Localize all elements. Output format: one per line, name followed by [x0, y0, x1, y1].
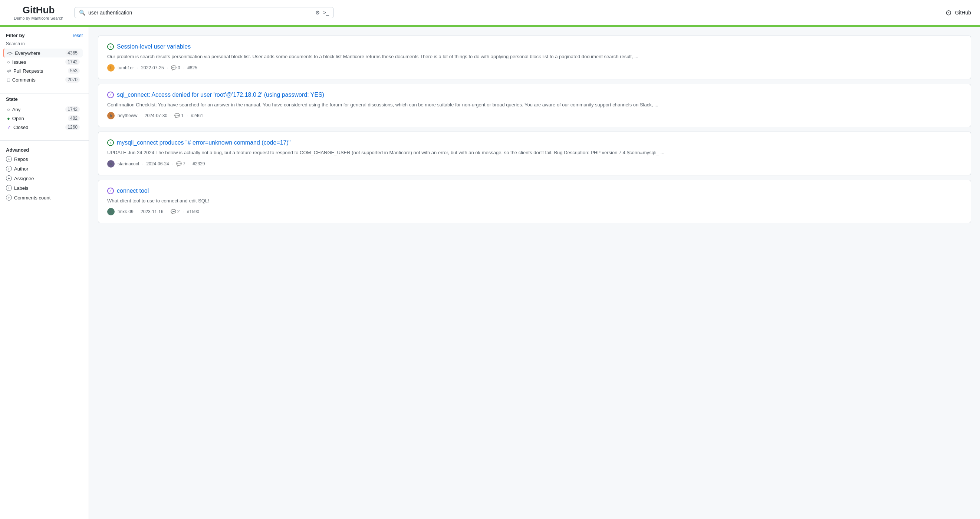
result-1-link[interactable]: Session-level user variables: [117, 43, 191, 50]
result-4-link[interactable]: connect tool: [117, 187, 149, 194]
result-1-date: 2022-07-25: [141, 65, 164, 70]
result-card-1: ○ Session-level user variables Our probl…: [98, 36, 971, 79]
comment-icon-2: 💬: [174, 113, 180, 118]
comment-icon-1: 💬: [171, 65, 177, 70]
advanced-repos[interactable]: + Repos: [0, 154, 89, 164]
any-icon: ○: [7, 107, 10, 112]
filter-comments-label: Comments: [12, 77, 36, 83]
result-4-avatar: t: [107, 208, 115, 215]
filter-open[interactable]: ● Open 482: [3, 114, 83, 123]
search-icon: 🔍: [79, 10, 85, 16]
filter-issues[interactable]: ○ Issues 1742: [3, 57, 83, 67]
result-1-meta: t tumb1er · 2022-07-25 · 💬 0 · #825: [107, 64, 962, 71]
result-3-state-icon: ○: [107, 140, 114, 146]
filter-issues-count: 1742: [65, 59, 80, 65]
author-label: Author: [14, 166, 28, 171]
result-4-meta: t tmxk-09 · 2023-11-16 · 💬 2 · #1590: [107, 208, 962, 215]
sidebar: Filter by reset Search in <> Everywhere …: [0, 27, 89, 519]
result-4-comments: 💬 2: [171, 209, 180, 214]
open-icon: ●: [7, 116, 10, 121]
filter-any-label: Any: [12, 107, 21, 112]
advanced-assignee[interactable]: + Assignee: [0, 173, 89, 183]
result-4-state-icon: ✓: [107, 187, 114, 194]
header-right: ⊙ GitHub: [945, 8, 971, 17]
github-logo-icon: ⊙: [945, 8, 952, 17]
code-icon: <>: [7, 51, 13, 56]
settings-icon[interactable]: ⚙: [315, 10, 320, 16]
result-3-body: UPDATE Jun 24 2024 The below is actually…: [107, 149, 962, 156]
result-3-link[interactable]: mysqli_connect produces "# error=unknown…: [117, 140, 291, 146]
author-plus-icon: +: [6, 166, 12, 171]
reset-link[interactable]: reset: [73, 33, 83, 38]
result-3-comments: 💬 7: [176, 161, 186, 167]
comments-count-label: Comments count: [14, 195, 51, 200]
result-2-issue-number: #2461: [191, 113, 203, 118]
filter-everywhere[interactable]: <> Everywhere 4365: [3, 49, 83, 57]
filter-open-count: 482: [68, 115, 80, 121]
result-3-avatar: s: [107, 160, 115, 168]
result-2-comments: 💬 1: [174, 113, 184, 118]
result-1-avatar: t: [107, 64, 115, 71]
result-4-title-row: ✓ connect tool: [107, 187, 962, 194]
main-content: ○ Session-level user variables Our probl…: [89, 27, 980, 519]
filter-any[interactable]: ○ Any 1742: [3, 105, 83, 114]
search-action-icons: ⚙ >_: [315, 10, 329, 16]
result-3-date: 2024-06-24: [146, 161, 169, 167]
advanced-author[interactable]: + Author: [0, 164, 89, 173]
subtitle: Demo by Manticore Search: [14, 16, 63, 21]
logo: GitHub: [22, 5, 55, 16]
result-2-avatar: h: [107, 112, 115, 119]
result-2-date: 2024-07-30: [145, 113, 167, 118]
filter-closed-count: 1260: [65, 124, 80, 130]
result-2-link[interactable]: sql_connect: Access denied for user 'roo…: [117, 92, 324, 98]
result-card-2: ✓ sql_connect: Access denied for user 'r…: [98, 84, 971, 127]
terminal-icon[interactable]: >_: [323, 10, 329, 16]
result-card-4: ✓ connect tool What client tool to use t…: [98, 180, 971, 224]
result-1-author: tumb1er: [118, 65, 134, 70]
github-label: GitHub: [955, 10, 971, 16]
assignee-label: Assignee: [14, 176, 34, 181]
closed-icon: ✓: [7, 125, 11, 130]
filter-pr-count: 553: [68, 68, 80, 74]
labels-plus-icon: +: [6, 185, 12, 191]
comments-icon: □: [7, 77, 10, 83]
result-4-date: 2023-11-16: [141, 209, 163, 214]
filter-pr-label: Pull Requests: [13, 68, 43, 74]
assignee-plus-icon: +: [6, 175, 12, 181]
result-2-comment-count: 1: [181, 113, 184, 118]
filter-open-label: Open: [12, 116, 24, 121]
result-1-issue-number: #825: [187, 65, 197, 70]
result-2-state-icon: ✓: [107, 92, 114, 98]
filter-issues-label: Issues: [12, 59, 26, 65]
comment-icon-3: 💬: [176, 161, 182, 167]
result-4-body: What client tool to use to connect and e…: [107, 197, 962, 205]
advanced-label: Advanced: [6, 147, 29, 153]
header: GitHub Demo by Manticore Search 🔍 ⚙ >_ ⊙…: [0, 0, 980, 25]
filter-everywhere-count: 4365: [65, 50, 80, 56]
result-4-comment-count: 2: [177, 209, 180, 214]
result-2-body: Confirmation Checklist: You have searche…: [107, 101, 962, 109]
advanced-comments-count[interactable]: + Comments count: [0, 193, 89, 202]
issues-icon: ○: [7, 59, 10, 65]
results-list: ○ Session-level user variables Our probl…: [98, 36, 971, 223]
brand: GitHub Demo by Manticore Search: [9, 5, 68, 21]
filter-by-label: Filter by: [6, 33, 25, 38]
comments-count-plus-icon: +: [6, 195, 12, 200]
advanced-labels[interactable]: + Labels: [0, 183, 89, 193]
result-card-3: ○ mysqli_connect produces "# error=unkno…: [98, 132, 971, 175]
filter-by-section: Filter by reset Search in <> Everywhere …: [0, 33, 89, 90]
result-4-issue-number: #1590: [187, 209, 199, 214]
filter-any-count: 1742: [65, 106, 80, 112]
filter-comments-count: 2070: [65, 77, 80, 83]
filter-closed[interactable]: ✓ Closed 1260: [3, 123, 83, 132]
pr-icon: ⇄: [7, 68, 11, 74]
search-in-label: Search in: [6, 41, 83, 46]
filter-comments[interactable]: □ Comments 2070: [3, 75, 83, 84]
result-1-comments: 💬 0: [171, 65, 180, 70]
result-3-issue-number: #2329: [192, 161, 205, 167]
divider-1: [0, 93, 89, 94]
search-input[interactable]: [88, 10, 312, 16]
state-section: State ○ Any 1742 ● Open 482 ✓ Clos: [0, 97, 89, 138]
filter-pull-requests[interactable]: ⇄ Pull Requests 553: [3, 67, 83, 75]
state-header: State: [6, 97, 83, 102]
